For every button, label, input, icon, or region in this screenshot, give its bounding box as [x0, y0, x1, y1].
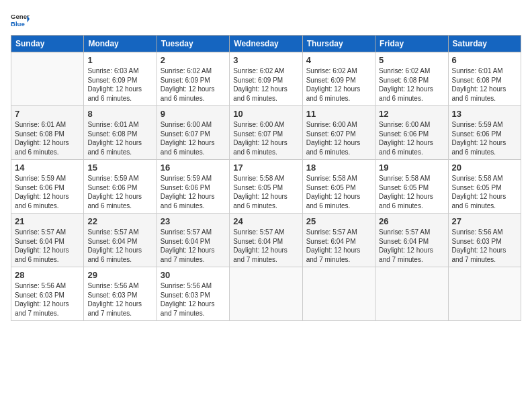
calendar-cell: 1Sunrise: 6:03 AM Sunset: 6:09 PM Daylig… [84, 52, 157, 106]
day-info: Sunrise: 6:00 AM Sunset: 6:07 PM Dayligh… [306, 120, 371, 156]
day-info: Sunrise: 5:56 AM Sunset: 6:03 PM Dayligh… [452, 228, 517, 264]
calendar-cell: 27Sunrise: 5:56 AM Sunset: 6:03 PM Dayli… [448, 214, 521, 267]
weekday-header-friday: Friday [375, 36, 448, 52]
day-info: Sunrise: 5:56 AM Sunset: 6:03 PM Dayligh… [87, 281, 152, 318]
calendar-cell: 25Sunrise: 5:57 AM Sunset: 6:04 PM Dayli… [302, 214, 375, 267]
day-number: 22 [87, 216, 152, 226]
calendar-cell: 2Sunrise: 6:02 AM Sunset: 6:09 PM Daylig… [157, 52, 229, 106]
logo-icon: General Blue [11, 11, 30, 30]
day-number: 4 [306, 55, 371, 65]
day-info: Sunrise: 5:57 AM Sunset: 6:04 PM Dayligh… [87, 228, 152, 264]
day-number: 18 [306, 163, 371, 173]
calendar-cell: 29Sunrise: 5:56 AM Sunset: 6:03 PM Dayli… [84, 267, 157, 321]
day-number: 27 [452, 216, 517, 226]
day-info: Sunrise: 6:00 AM Sunset: 6:07 PM Dayligh… [161, 120, 226, 156]
day-info: Sunrise: 5:58 AM Sunset: 6:05 PM Dayligh… [379, 174, 444, 210]
day-info: Sunrise: 5:57 AM Sunset: 6:04 PM Dayligh… [379, 228, 444, 264]
day-info: Sunrise: 5:56 AM Sunset: 6:03 PM Dayligh… [15, 281, 80, 318]
day-number: 28 [15, 270, 80, 280]
day-number: 25 [306, 216, 371, 226]
calendar-cell: 14Sunrise: 5:59 AM Sunset: 6:06 PM Dayli… [11, 160, 84, 214]
day-number: 30 [161, 270, 226, 280]
calendar-cell: 22Sunrise: 5:57 AM Sunset: 6:04 PM Dayli… [84, 214, 157, 267]
day-number: 16 [161, 163, 226, 173]
day-info: Sunrise: 6:03 AM Sunset: 6:09 PM Dayligh… [87, 66, 152, 103]
day-number: 9 [161, 109, 226, 119]
calendar-cell [302, 267, 375, 321]
calendar-cell: 18Sunrise: 5:58 AM Sunset: 6:05 PM Dayli… [302, 160, 375, 214]
day-number: 14 [15, 163, 80, 173]
calendar-cell: 20Sunrise: 5:58 AM Sunset: 6:05 PM Dayli… [448, 160, 521, 214]
calendar-cell: 16Sunrise: 5:59 AM Sunset: 6:06 PM Dayli… [157, 160, 229, 214]
weekday-header-tuesday: Tuesday [157, 36, 229, 52]
calendar-cell [11, 52, 84, 106]
calendar-cell: 13Sunrise: 5:59 AM Sunset: 6:06 PM Dayli… [448, 106, 521, 160]
weekday-header-saturday: Saturday [448, 36, 521, 52]
day-info: Sunrise: 6:02 AM Sunset: 6:09 PM Dayligh… [306, 66, 371, 103]
weekday-header-wednesday: Wednesday [230, 36, 302, 52]
day-info: Sunrise: 5:56 AM Sunset: 6:03 PM Dayligh… [161, 281, 226, 318]
day-number: 23 [161, 216, 226, 226]
calendar-cell: 3Sunrise: 6:02 AM Sunset: 6:09 PM Daylig… [230, 52, 302, 106]
calendar-cell: 23Sunrise: 5:57 AM Sunset: 6:04 PM Dayli… [157, 214, 229, 267]
day-info: Sunrise: 5:58 AM Sunset: 6:05 PM Dayligh… [306, 174, 371, 210]
day-number: 10 [233, 109, 298, 119]
day-number: 19 [379, 163, 444, 173]
weekday-header-monday: Monday [84, 36, 157, 52]
day-info: Sunrise: 6:00 AM Sunset: 6:07 PM Dayligh… [233, 120, 298, 156]
calendar-cell: 8Sunrise: 6:01 AM Sunset: 6:08 PM Daylig… [84, 106, 157, 160]
calendar-cell: 11Sunrise: 6:00 AM Sunset: 6:07 PM Dayli… [302, 106, 375, 160]
day-number: 5 [379, 55, 444, 65]
day-info: Sunrise: 5:57 AM Sunset: 6:04 PM Dayligh… [161, 228, 226, 264]
calendar-cell: 17Sunrise: 5:58 AM Sunset: 6:05 PM Dayli… [230, 160, 302, 214]
day-number: 11 [306, 109, 371, 119]
day-number: 26 [379, 216, 444, 226]
day-number: 20 [452, 163, 517, 173]
logo: General Blue [11, 11, 30, 30]
calendar-cell [230, 267, 302, 321]
day-number: 12 [379, 109, 444, 119]
calendar-cell: 12Sunrise: 6:00 AM Sunset: 6:06 PM Dayli… [375, 106, 448, 160]
calendar-cell: 6Sunrise: 6:01 AM Sunset: 6:08 PM Daylig… [448, 52, 521, 106]
svg-text:General: General [11, 13, 30, 20]
day-number: 8 [87, 109, 152, 119]
calendar-cell [448, 267, 521, 321]
calendar-cell: 4Sunrise: 6:02 AM Sunset: 6:09 PM Daylig… [302, 52, 375, 106]
day-number: 21 [15, 216, 80, 226]
day-info: Sunrise: 6:01 AM Sunset: 6:08 PM Dayligh… [15, 120, 80, 156]
day-info: Sunrise: 6:02 AM Sunset: 6:09 PM Dayligh… [233, 66, 298, 103]
calendar-cell: 15Sunrise: 5:59 AM Sunset: 6:06 PM Dayli… [84, 160, 157, 214]
calendar-cell: 26Sunrise: 5:57 AM Sunset: 6:04 PM Dayli… [375, 214, 448, 267]
day-info: Sunrise: 5:57 AM Sunset: 6:04 PM Dayligh… [306, 228, 371, 264]
day-info: Sunrise: 6:02 AM Sunset: 6:09 PM Dayligh… [161, 66, 226, 103]
calendar-cell [375, 267, 448, 321]
calendar-cell: 5Sunrise: 6:02 AM Sunset: 6:08 PM Daylig… [375, 52, 448, 106]
page-header: General Blue [11, 11, 521, 30]
day-info: Sunrise: 5:59 AM Sunset: 6:06 PM Dayligh… [87, 174, 152, 210]
calendar-cell: 9Sunrise: 6:00 AM Sunset: 6:07 PM Daylig… [157, 106, 229, 160]
calendar-cell: 24Sunrise: 5:57 AM Sunset: 6:04 PM Dayli… [230, 214, 302, 267]
calendar-cell: 10Sunrise: 6:00 AM Sunset: 6:07 PM Dayli… [230, 106, 302, 160]
svg-text:Blue: Blue [11, 20, 25, 28]
day-number: 29 [87, 270, 152, 280]
day-number: 15 [87, 163, 152, 173]
day-info: Sunrise: 5:59 AM Sunset: 6:06 PM Dayligh… [161, 174, 226, 210]
day-info: Sunrise: 5:58 AM Sunset: 6:05 PM Dayligh… [452, 174, 517, 210]
day-number: 6 [452, 55, 517, 65]
day-number: 1 [87, 55, 152, 65]
day-info: Sunrise: 6:01 AM Sunset: 6:08 PM Dayligh… [452, 66, 517, 103]
calendar-cell: 28Sunrise: 5:56 AM Sunset: 6:03 PM Dayli… [11, 267, 84, 321]
weekday-header-sunday: Sunday [11, 36, 84, 52]
day-number: 3 [233, 55, 298, 65]
calendar-cell: 30Sunrise: 5:56 AM Sunset: 6:03 PM Dayli… [157, 267, 229, 321]
calendar-cell: 7Sunrise: 6:01 AM Sunset: 6:08 PM Daylig… [11, 106, 84, 160]
day-info: Sunrise: 6:02 AM Sunset: 6:08 PM Dayligh… [379, 66, 444, 103]
day-info: Sunrise: 5:59 AM Sunset: 6:06 PM Dayligh… [15, 174, 80, 210]
calendar-cell: 21Sunrise: 5:57 AM Sunset: 6:04 PM Dayli… [11, 214, 84, 267]
day-number: 17 [233, 163, 298, 173]
day-info: Sunrise: 5:57 AM Sunset: 6:04 PM Dayligh… [15, 228, 80, 264]
day-info: Sunrise: 5:58 AM Sunset: 6:05 PM Dayligh… [233, 174, 298, 210]
day-info: Sunrise: 5:59 AM Sunset: 6:06 PM Dayligh… [452, 120, 517, 156]
day-info: Sunrise: 5:57 AM Sunset: 6:04 PM Dayligh… [233, 228, 298, 264]
day-number: 24 [233, 216, 298, 226]
